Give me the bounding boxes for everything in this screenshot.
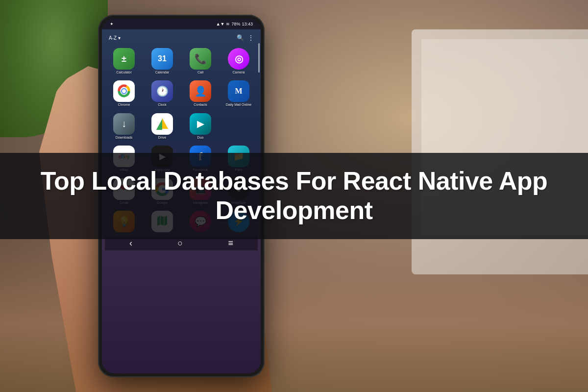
- nav-bar: ‹ ○ ≡: [105, 236, 258, 250]
- clock-icon: 🕐: [151, 80, 173, 102]
- home-button[interactable]: ○: [177, 238, 183, 248]
- phone: ✦ ▲▼ ≋ 78% 13:43 A-Z ▾: [98, 15, 265, 377]
- app-tips[interactable]: 💡: [106, 209, 142, 235]
- facebook-icon: f: [190, 146, 211, 167]
- app-chrome[interactable]: Chrome: [106, 78, 142, 109]
- camera-label: Camera: [233, 71, 245, 74]
- chevron-down-icon: ▾: [118, 35, 121, 41]
- calendar-icon: 31: [151, 48, 173, 70]
- dropbox-icon: ✦: [110, 22, 114, 26]
- messenger-icon: ⚡: [228, 211, 249, 232]
- app-grid-area: A-Z ▾ 🔍 ⋮ ± Calculator: [102, 29, 261, 373]
- app-messenger[interactable]: ⚡: [220, 209, 257, 235]
- app-instasize[interactable]: ● InstaSize: [220, 176, 257, 207]
- app-calculator[interactable]: ± Calculator: [106, 46, 142, 76]
- app-row-1: ± Calculator 31 Calendar 📞: [105, 45, 258, 77]
- maps-icon: [151, 211, 173, 232]
- app-clock[interactable]: 🕐 Clock: [144, 78, 180, 109]
- background: ✦ ▲▼ ≋ 78% 13:43 A-Z ▾: [0, 0, 588, 392]
- duo-label: Duo: [197, 136, 204, 140]
- app-row-2: Chrome 🕐 Clock 👤 Contacts: [105, 77, 258, 110]
- app-row-4: eBay eBay ▶ enjoy.now f Fac: [105, 143, 258, 175]
- clock-time: 13:43: [242, 22, 253, 26]
- messages-icon: 💬: [190, 211, 211, 232]
- app-ebay[interactable]: eBay eBay: [106, 144, 142, 174]
- duo-icon: ▶: [190, 113, 211, 135]
- instagram-label: Instagram: [193, 201, 208, 205]
- app-contacts[interactable]: 👤 Contacts: [182, 78, 219, 109]
- status-right: ▲▼ ≋ 78% 13:43: [216, 22, 253, 26]
- phone-screen: ✦ ▲▼ ≋ 78% 13:43 A-Z ▾: [102, 19, 261, 373]
- downloads-icon: ↓: [113, 113, 135, 135]
- ebay-icon: eBay: [113, 146, 135, 167]
- enjoy-now-label: enjoy.now: [154, 168, 170, 172]
- app-placeholder: [220, 111, 257, 142]
- app-camera[interactable]: ◎ Camera: [220, 46, 257, 76]
- drive-icon: [151, 113, 173, 135]
- app-duo[interactable]: ▶ Duo: [182, 111, 219, 142]
- svg-point-3: [122, 89, 126, 93]
- app-call[interactable]: 📞 Call: [182, 46, 219, 76]
- contacts-icon: 👤: [190, 80, 211, 102]
- gmail-label: Gmail: [120, 201, 128, 205]
- google-label: Google: [157, 201, 168, 205]
- az-label: A-Z ▾: [109, 35, 121, 41]
- app-files[interactable]: 📁 Files: [220, 144, 257, 174]
- daily-mail-label: Daily Mail Online: [226, 103, 252, 107]
- google-icon: [151, 178, 173, 200]
- ebay-label: eBay: [120, 168, 128, 172]
- instasize-label: InstaSize: [232, 201, 246, 205]
- app-drive[interactable]: Drive: [144, 111, 180, 142]
- status-bar: ✦ ▲▼ ≋ 78% 13:43: [102, 19, 261, 29]
- facebook-label: Facebook: [193, 168, 208, 172]
- search-icons: 🔍 ⋮: [237, 34, 254, 41]
- camera-icon: ◎: [228, 48, 249, 70]
- search-icon[interactable]: 🔍: [237, 34, 244, 41]
- downloads-label: Downloads: [116, 136, 133, 140]
- instasize-icon: ●: [228, 178, 249, 200]
- svg-marker-5: [162, 118, 168, 129]
- tips-icon: 💡: [113, 211, 135, 232]
- app-facebook[interactable]: f Facebook: [182, 144, 219, 174]
- app-maps[interactable]: [144, 209, 180, 235]
- calculator-icon: ±: [113, 48, 135, 70]
- search-row: A-Z ▾ 🔍 ⋮: [105, 32, 258, 43]
- daily-mail-icon: M: [228, 80, 249, 102]
- call-icon: 📞: [190, 48, 211, 70]
- app-messages[interactable]: 💬: [182, 209, 219, 235]
- app-enjoy-now[interactable]: ▶ enjoy.now: [144, 144, 180, 174]
- more-icon[interactable]: ⋮: [248, 34, 254, 41]
- app-row-6: 💡: [105, 208, 258, 236]
- clock-label: Clock: [158, 103, 167, 107]
- files-label: Files: [235, 168, 243, 172]
- calculator-label: Calculator: [116, 71, 132, 74]
- menu-button[interactable]: ≡: [228, 238, 233, 248]
- app-row-5: Gmail Google: [105, 175, 258, 208]
- battery-level: 78%: [231, 22, 240, 26]
- scroll-indicator: [258, 43, 260, 73]
- app-instagram[interactable]: 📷 Instagram: [182, 176, 219, 207]
- app-row-3: ↓ Downloads: [105, 110, 258, 143]
- drive-label: Drive: [158, 136, 166, 140]
- status-left: ✦: [110, 22, 114, 26]
- app-gmail[interactable]: Gmail: [106, 176, 142, 207]
- files-icon: 📁: [228, 146, 249, 167]
- signal-icon: ▲▼: [216, 22, 225, 26]
- app-downloads[interactable]: ↓ Downloads: [106, 111, 142, 142]
- calendar-label: Calendar: [155, 71, 169, 74]
- app-calendar[interactable]: 31 Calendar: [144, 46, 180, 76]
- gmail-icon: [113, 178, 135, 200]
- instagram-icon: 📷: [190, 178, 211, 200]
- laptop-decoration: [412, 29, 588, 274]
- enjoy-now-icon: ▶: [151, 146, 173, 167]
- app-daily-mail[interactable]: M Daily Mail Online: [220, 78, 257, 109]
- wifi-icon: ≋: [226, 22, 230, 26]
- back-button[interactable]: ‹: [129, 238, 132, 248]
- contacts-label: Contacts: [194, 103, 207, 107]
- app-google[interactable]: Google: [144, 176, 180, 207]
- az-text: A-Z: [109, 35, 117, 41]
- call-label: Call: [197, 71, 203, 74]
- chrome-label: Chrome: [118, 103, 130, 107]
- chrome-icon: [113, 80, 135, 102]
